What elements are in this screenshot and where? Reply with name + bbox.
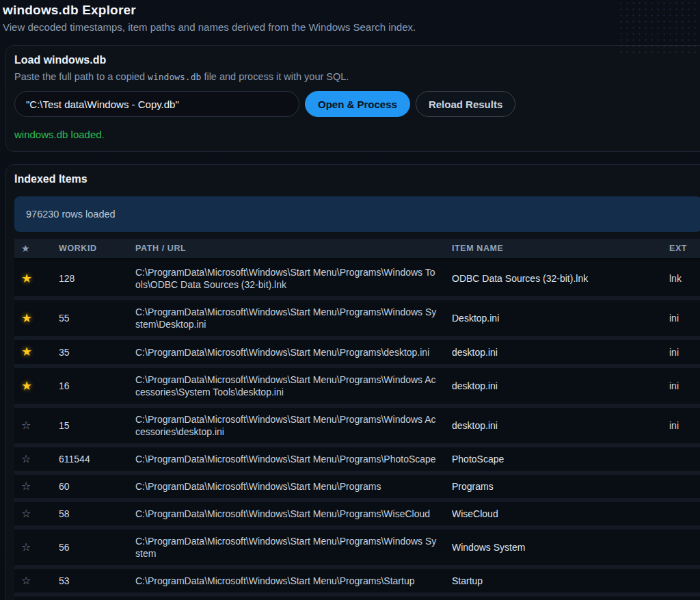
load-card: Load windows.db Paste the full path to a… [5,45,700,152]
cell-item-name: desktop.ini [452,366,669,406]
star-toggle-icon[interactable]: ★ [21,380,32,392]
table-row[interactable]: ☆ 44 C:\ProgramData\Microsoft\Windows\St… [14,595,700,600]
cell-ext: ini [669,298,700,338]
cell-path: C:\ProgramData\Microsoft\Windows\Start M… [135,473,452,500]
rows-loaded-banner: 976230 rows loaded [14,196,700,232]
page-title: windows.db Explorer [3,3,700,18]
cell-path: C:\ProgramData\Microsoft\Windows\Start M… [135,366,452,406]
cell-ext [669,500,700,527]
table-body: ★ 128 C:\ProgramData\Microsoft\Windows\S… [14,259,700,600]
page-subtitle: View decoded timestamps, item paths and … [3,21,700,33]
page: windows.db Explorer View decoded timesta… [0,0,700,600]
description-suffix: file and process it with your SQL. [201,71,349,82]
inline-code-windows-db: windows.db [148,72,201,82]
star-toggle-icon[interactable]: ★ [21,312,32,324]
cell-workid: 611544 [59,445,135,473]
star-toggle-icon[interactable]: ☆ [21,419,31,432]
open-process-button[interactable]: Open & Process [305,91,410,117]
cell-ext [669,595,700,600]
cell-ext: lnk [669,259,700,298]
cell-ext [669,473,700,500]
cell-workid: 56 [59,527,135,567]
table-row[interactable]: ☆ 58 C:\ProgramData\Microsoft\Windows\St… [14,500,700,527]
column-header-item-name: ITEM NAME [452,239,669,259]
reload-results-button[interactable]: Reload Results [416,91,515,117]
table-row[interactable]: ☆ 611544 C:\ProgramData\Microsoft\Window… [14,445,700,473]
indexed-items-card: Indexed Items 976230 rows loaded ★ WORKI… [5,164,700,600]
load-controls: Open & Process Reload Results [14,91,700,117]
cell-workid: 128 [59,259,135,298]
table-row[interactable]: ★ 35 C:\ProgramData\Microsoft\Windows\St… [14,338,700,366]
cell-ext: ini [669,366,700,406]
cell-item-name: Desktop.ini [452,298,669,338]
star-toggle-icon[interactable]: ★ [21,345,32,358]
table-row[interactable]: ☆ 53 C:\ProgramData\Microsoft\Windows\St… [14,567,700,595]
cell-workid: 60 [59,473,135,500]
table-row[interactable]: ★ 16 C:\ProgramData\Microsoft\Windows\St… [14,366,700,406]
cell-item-name: Windows System [452,527,669,567]
star-toggle-icon[interactable]: ☆ [21,453,31,465]
cell-item-name: Microsoft Office Tools [452,595,669,600]
cell-ext: ini [669,338,700,366]
table-row[interactable]: ★ 55 C:\ProgramData\Microsoft\Windows\St… [14,298,700,338]
column-header-ext: EXT [669,239,700,259]
status-message: windows.db loaded. [14,129,700,140]
rows-loaded-text: 976230 rows loaded [26,209,116,220]
column-header-star-icon: ★ [14,239,59,259]
cell-item-name: desktop.ini [452,338,669,366]
cell-path: C:\ProgramData\Microsoft\Windows\Start M… [135,259,452,298]
cell-workid: 53 [59,567,135,595]
cell-path: C:\ProgramData\Microsoft\Windows\Start M… [135,445,452,473]
star-toggle-icon[interactable]: ☆ [21,508,31,520]
table-row[interactable]: ☆ 60 C:\ProgramData\Microsoft\Windows\St… [14,473,700,500]
star-toggle-icon[interactable]: ☆ [21,575,31,587]
table-row[interactable]: ★ 128 C:\ProgramData\Microsoft\Windows\S… [14,259,700,298]
star-toggle-icon[interactable]: ★ [21,272,32,285]
cell-item-name: PhotoScape [452,445,669,473]
cell-item-name: desktop.ini [452,406,669,445]
cell-path: C:\ProgramData\Microsoft\Windows\Start M… [135,595,452,600]
cell-item-name: Programs [452,473,669,500]
load-card-description: Paste the full path to a copied windows.… [14,71,700,82]
cell-workid: 35 [59,338,135,366]
app-header: windows.db Explorer View decoded timesta… [0,1,700,33]
cell-ext [669,527,700,567]
cell-item-name: ODBC Data Sources (32-bit).lnk [452,259,669,298]
cell-workid: 15 [59,406,135,445]
cell-path: C:\ProgramData\Microsoft\Windows\Start M… [135,567,452,595]
column-header-path-url: PATH / URL [135,239,452,259]
cell-workid: 44 [59,595,135,600]
cell-path: C:\ProgramData\Microsoft\Windows\Start M… [135,338,452,366]
description-prefix: Paste the full path to a copied [14,71,148,82]
table-row[interactable]: ☆ 15 C:\ProgramData\Microsoft\Windows\St… [14,406,700,445]
table-header-row: ★ WORKID PATH / URL ITEM NAME EXT [14,239,700,259]
cell-path: C:\ProgramData\Microsoft\Windows\Start M… [135,298,452,338]
column-header-workid: WORKID [59,239,135,259]
cell-path: C:\ProgramData\Microsoft\Windows\Start M… [135,527,452,567]
star-toggle-icon[interactable]: ☆ [21,541,31,553]
table-row[interactable]: ☆ 56 C:\ProgramData\Microsoft\Windows\St… [14,527,700,567]
cell-item-name: Startup [452,567,669,595]
cell-ext [669,567,700,595]
cell-workid: 58 [59,500,135,527]
db-path-input[interactable] [14,91,299,117]
cell-workid: 55 [59,298,135,338]
cell-workid: 16 [59,366,135,406]
cell-path: C:\ProgramData\Microsoft\Windows\Start M… [135,500,452,527]
load-card-title: Load windows.db [14,54,700,66]
cell-ext: ini [669,406,700,445]
cell-path: C:\ProgramData\Microsoft\Windows\Start M… [135,406,452,445]
cell-item-name: WiseCloud [452,500,669,527]
indexed-items-table: ★ WORKID PATH / URL ITEM NAME EXT ★ 128 … [14,239,700,600]
cell-ext [669,445,700,473]
indexed-items-title: Indexed Items [14,173,700,185]
star-toggle-icon[interactable]: ☆ [21,480,31,493]
